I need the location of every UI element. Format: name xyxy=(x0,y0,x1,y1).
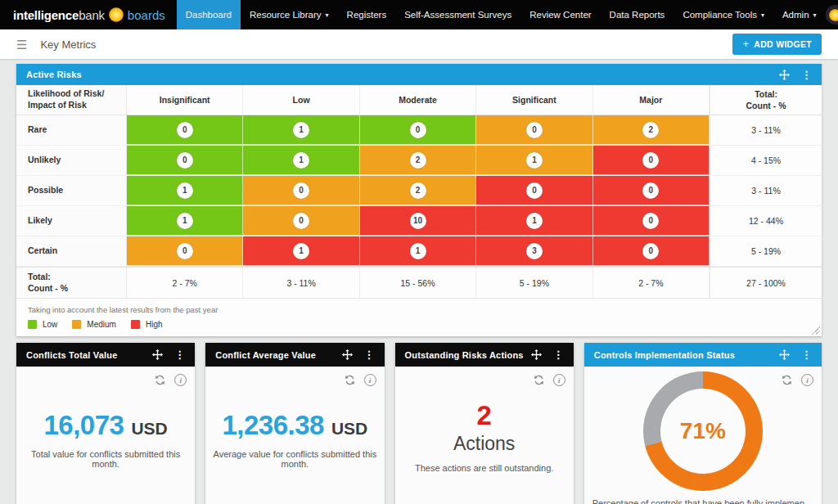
risk-cell-high[interactable]: 3 xyxy=(476,236,592,266)
risk-count-badge: 0 xyxy=(526,182,543,199)
kebab-menu-icon[interactable]: ⋮ xyxy=(174,349,185,360)
kebab-menu-icon[interactable]: ⋮ xyxy=(553,349,564,360)
widget-title: Conflicts Total Value xyxy=(26,350,118,360)
risk-cell-medium[interactable]: 2 xyxy=(360,176,476,205)
legend-item-medium: Medium xyxy=(72,320,116,329)
add-widget-button[interactable]: + ADD WIDGET xyxy=(732,34,822,55)
risk-cell-medium[interactable]: 1 xyxy=(476,146,592,175)
nav-menu: DashboardResource Library▾RegistersSelf-… xyxy=(177,0,826,29)
risk-cell-low[interactable]: 1 xyxy=(127,206,243,236)
legend-swatch xyxy=(72,320,81,329)
table-row: Rare010023 - 11% xyxy=(16,115,822,146)
risk-count-badge: 0 xyxy=(177,243,193,259)
risk-matrix-table: Likelihood of Risk/ Impact of Risk Insig… xyxy=(16,85,822,298)
kebab-menu-icon[interactable]: ⋮ xyxy=(801,70,812,80)
column-header: Significant xyxy=(476,85,592,115)
move-widget-icon[interactable] xyxy=(779,349,790,360)
nav-item-resource-library[interactable]: Resource Library▾ xyxy=(241,0,338,29)
column-total: 5 - 19% xyxy=(476,268,592,298)
hamburger-menu-icon[interactable]: ☰ xyxy=(16,38,27,51)
risk-cell-low[interactable]: 1 xyxy=(243,115,359,145)
refresh-icon[interactable] xyxy=(344,374,356,386)
risk-count-badge: 0 xyxy=(293,213,309,229)
nav-item-dashboard[interactable]: Dashboard xyxy=(177,0,241,29)
app-logo[interactable]: intelligencebank boards xyxy=(0,0,177,29)
risk-cell-low[interactable]: 0 xyxy=(360,115,476,145)
controls-implementation-status-widget: Controls Implementation Status ⋮ i 71% xyxy=(584,343,822,504)
widget-header: Conflicts Total Value ⋮ xyxy=(16,343,195,367)
donut-center: 71% xyxy=(660,389,746,474)
legend-label: High xyxy=(146,320,163,329)
nav-item-review-center[interactable]: Review Center xyxy=(520,0,600,29)
info-icon[interactable]: i xyxy=(801,374,813,386)
active-risks-widget: Active Risks ⋮ Likelihood of Risk/ Impac… xyxy=(16,64,822,336)
row-label: Certain xyxy=(16,236,127,266)
move-widget-icon[interactable] xyxy=(779,70,790,80)
risk-cell-high[interactable]: 1 xyxy=(243,236,359,266)
kebab-menu-icon[interactable]: ⋮ xyxy=(364,349,375,360)
stat-caption: These actions are still outstanding. xyxy=(408,463,560,473)
risk-matrix-header-row: Likelihood of Risk/ Impact of Risk Insig… xyxy=(16,85,822,115)
risk-cell-low[interactable]: 0 xyxy=(127,115,243,145)
row-total: 4 - 15% xyxy=(710,146,822,175)
risk-cell-high[interactable]: 1 xyxy=(476,206,592,236)
account-menu[interactable]: IntelligenceBank ▾ xyxy=(826,0,838,29)
info-icon[interactable]: i xyxy=(364,374,376,386)
move-widget-icon[interactable] xyxy=(531,349,542,360)
risk-matrix-footer: Taking into account the latest results f… xyxy=(16,298,822,336)
risk-cell-high[interactable]: 0 xyxy=(593,236,710,266)
totals-row-label: Total: Count - % xyxy=(16,268,127,298)
column-header: Low xyxy=(243,85,359,115)
nav-item-data-reports[interactable]: Data Reports xyxy=(601,0,674,29)
risk-cell-medium[interactable]: 2 xyxy=(593,115,710,145)
refresh-icon[interactable] xyxy=(781,374,793,386)
risk-cell-medium[interactable]: 0 xyxy=(243,206,359,236)
stat-unit: USD xyxy=(131,419,167,439)
risk-cell-low[interactable]: 0 xyxy=(127,146,243,175)
risk-cell-medium[interactable]: 0 xyxy=(127,236,243,266)
move-widget-icon[interactable] xyxy=(342,349,353,360)
refresh-icon[interactable] xyxy=(533,374,545,386)
info-icon[interactable]: i xyxy=(553,374,565,386)
info-icon[interactable]: i xyxy=(174,374,187,386)
avatar xyxy=(826,5,838,25)
column-total: 2 - 7% xyxy=(127,268,243,298)
column-total: 3 - 11% xyxy=(243,268,359,298)
stat-value: 16,073 xyxy=(43,410,124,441)
move-widget-icon[interactable] xyxy=(152,349,163,360)
risk-cell-high[interactable]: 0 xyxy=(593,206,710,236)
resize-handle[interactable] xyxy=(812,326,820,335)
risk-cell-medium[interactable]: 2 xyxy=(360,146,476,175)
risk-cell-medium[interactable]: 0 xyxy=(476,115,592,145)
risk-cell-low[interactable]: 1 xyxy=(127,176,243,205)
risk-cell-high[interactable]: 10 xyxy=(360,206,476,236)
risk-cell-medium[interactable]: 0 xyxy=(243,176,359,205)
column-total: 2 - 7% xyxy=(593,268,710,298)
row-label: Possible xyxy=(16,176,127,205)
row-total: 3 - 11% xyxy=(710,176,822,205)
widget-body: i 2 Actions These actions are still outs… xyxy=(395,367,574,504)
widget-title: Outstanding Risks Actions xyxy=(405,350,524,360)
refresh-icon[interactable] xyxy=(154,374,166,386)
kebab-menu-icon[interactable]: ⋮ xyxy=(801,349,812,360)
nav-item-self-assessment-surveys[interactable]: Self-Assessment Surveys xyxy=(395,0,520,29)
table-row: Possible102003 - 11% xyxy=(16,176,822,206)
risk-count-badge: 2 xyxy=(410,182,426,199)
risk-cell-high[interactable]: 0 xyxy=(593,146,710,175)
widget-body: i 16,073 USD Total value for conflicts s… xyxy=(16,367,195,504)
widget-header: Controls Implementation Status ⋮ xyxy=(584,343,822,367)
table-row: Unlikely012104 - 15% xyxy=(16,146,822,176)
risk-cell-low[interactable]: 1 xyxy=(243,146,359,175)
risk-cell-high[interactable]: 1 xyxy=(360,236,476,266)
nav-item-label: Dashboard xyxy=(186,10,232,20)
risk-cell-high[interactable]: 0 xyxy=(476,176,592,205)
widget-header: Conflict Average Value ⋮ xyxy=(205,343,384,367)
risk-cell-high[interactable]: 0 xyxy=(593,176,710,205)
widget-title: Active Risks xyxy=(26,70,82,79)
column-header: Insignificant xyxy=(127,85,243,115)
nav-item-registers[interactable]: Registers xyxy=(338,0,396,29)
widget-body: i 1,236.38 USD Average value for conflic… xyxy=(205,367,384,504)
nav-item-compliance-tools[interactable]: Compliance Tools▾ xyxy=(674,0,773,29)
conflict-average-value-widget: Conflict Average Value ⋮ i 1,236.38 USD … xyxy=(205,343,384,504)
nav-item-admin[interactable]: Admin▾ xyxy=(773,0,826,29)
